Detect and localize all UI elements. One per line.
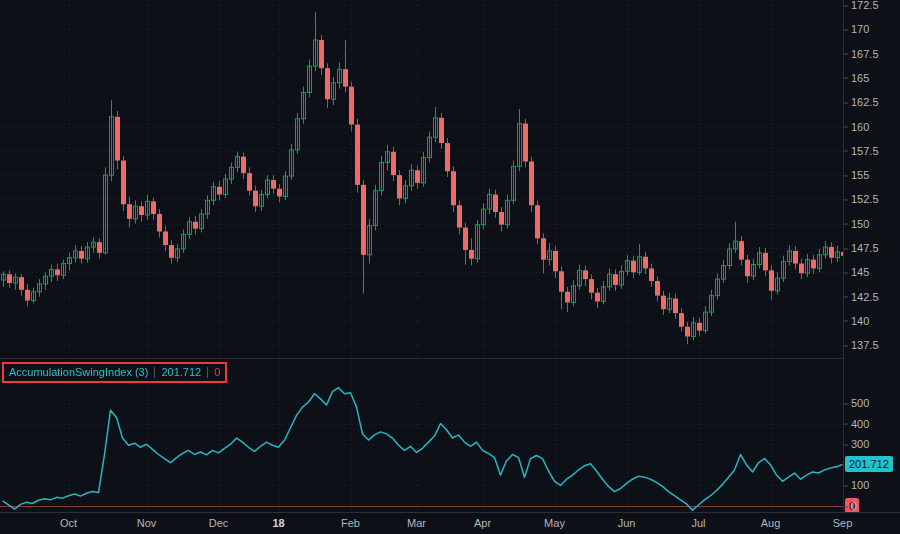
time-tick-label: Apr (474, 518, 491, 529)
price-tick-label: 157.5 (851, 145, 879, 156)
time-tick-label: Jun (618, 518, 636, 529)
indicator-value: 201.712 (161, 367, 201, 378)
legend-divider (207, 367, 208, 378)
price-tick-label: 137.5 (851, 340, 879, 351)
time-tick-label: Jul (691, 518, 705, 529)
indicator-tick-label: 300 (851, 439, 869, 450)
indicator-tick-label: 400 (851, 418, 869, 429)
time-tick-label: Sep (833, 518, 853, 529)
indicator-last-value-label: 201.712 (845, 456, 893, 472)
legend-divider (154, 367, 155, 378)
price-tick-label: 162.5 (851, 97, 879, 108)
indicator-name[interactable]: AccumulationSwingIndex (3) (9, 367, 148, 378)
price-tick-label: 160 (851, 121, 869, 132)
indicator-tick-label: 0 (851, 501, 857, 512)
time-tick-label: Nov (137, 518, 157, 529)
price-tick-label: 172.5 (851, 0, 879, 11)
indicator-legend[interactable]: AccumulationSwingIndex (3) 201.712 0 (2, 362, 227, 383)
price-tick-label: 145 (851, 267, 869, 278)
indicator-tick-label: 100 (851, 480, 869, 491)
price-tick-label: 152.5 (851, 194, 879, 205)
price-tick-label: 167.5 (851, 48, 879, 59)
price-tick-label: 150 (851, 218, 869, 229)
time-tick-label: 18 (272, 518, 284, 529)
time-tick-label: May (544, 518, 565, 529)
price-tick-label: 170 (851, 24, 869, 35)
time-axis[interactable]: OctNovDec18FebMarAprMayJunJulAugSep (0, 512, 900, 534)
time-tick-label: Dec (209, 518, 229, 529)
price-tick-label: 165 (851, 72, 869, 83)
price-tick-label: 140 (851, 315, 869, 326)
time-tick-label: Feb (341, 518, 360, 529)
price-tick-label: 147.5 (851, 243, 879, 254)
chart-canvas[interactable] (0, 0, 843, 512)
price-axis[interactable]: 201.712 0 172.5170167.5165162.5160157.51… (843, 0, 900, 534)
trading-chart: AccumulationSwingIndex (3) 201.712 0 201… (0, 0, 900, 534)
time-tick-label: Aug (761, 518, 781, 529)
price-tick-label: 155 (851, 170, 869, 181)
indicator-tick-label: 500 (851, 398, 869, 409)
indicator-zero-value: 0 (214, 367, 220, 378)
time-tick-label: Oct (60, 518, 77, 529)
time-tick-label: Mar (407, 518, 426, 529)
price-tick-label: 142.5 (851, 291, 879, 302)
